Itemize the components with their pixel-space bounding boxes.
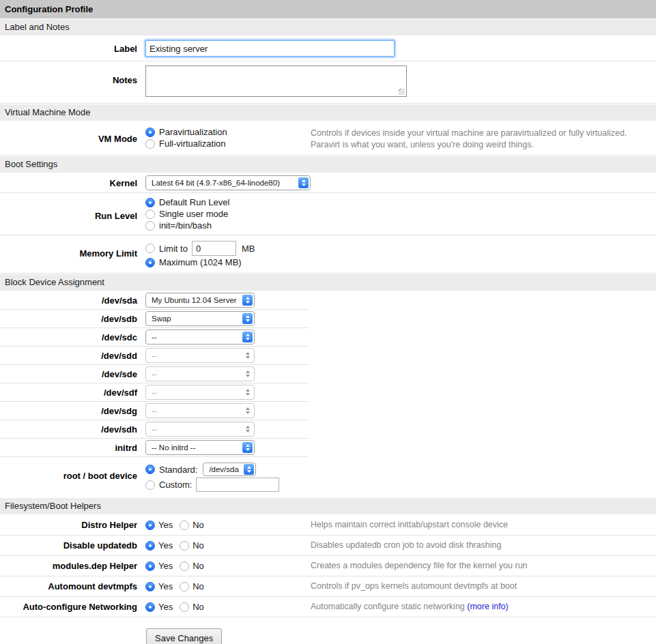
section-block-device-assignment: Block Device Assignment <box>0 274 656 291</box>
field-label-dev-sdc: /dev/sdc <box>0 332 141 342</box>
kernel-select[interactable]: Latest 64 bit (4.9.7-x86_64-linode80) <box>145 175 311 190</box>
init-bin-bash-radio[interactable] <box>145 221 155 231</box>
dev-sdb-row: /dev/sdb Swap <box>0 310 309 328</box>
dev-sdd-row: /dev/sdd -- <box>0 347 309 365</box>
disable-updatedb-row: Disable updatedb Yes No Disables updated… <box>0 536 656 556</box>
default-run-level-radio[interactable] <box>145 198 155 207</box>
dev-sdg-row: /dev/sdg -- <box>0 402 309 420</box>
distro-helper-no-radio[interactable] <box>180 521 189 530</box>
dev-sdf-row: /dev/sdf -- <box>0 383 309 402</box>
dev-sdf-select-value: -- <box>152 388 157 396</box>
paravirtualization-label: Paravirtualization <box>159 127 227 137</box>
maximum-radio[interactable] <box>145 258 155 267</box>
auto-configure-networking-row: Auto-configure Networking Yes No Automat… <box>0 597 656 617</box>
automount-devtmpfs-no-radio[interactable] <box>180 582 189 591</box>
save-changes-button[interactable]: Save Changes <box>146 628 222 644</box>
limit-to-radio[interactable] <box>145 244 155 253</box>
disable-updatedb-no-label: No <box>192 540 204 551</box>
standard-device-select[interactable]: /dev/sda <box>203 463 256 476</box>
dev-sda-select-value: My Ubuntu 12.04 Server <box>152 296 237 304</box>
block-device-rows: /dev/sda My Ubuntu 12.04 Server /dev/sdb… <box>0 291 309 457</box>
disable-updatedb-yes-radio[interactable] <box>145 541 155 551</box>
custom-device-input[interactable] <box>196 478 279 492</box>
distro-helper-no-label: No <box>192 520 204 530</box>
label-row: Label <box>0 36 656 61</box>
save-area: Save Changes <box>0 617 656 644</box>
notes-field-wrap <box>145 65 407 99</box>
auto-configure-networking-help-text: Automatically configure static networkin… <box>311 602 465 611</box>
modules-dep-helper-no-radio[interactable] <box>180 561 189 571</box>
distro-helper-yes-no: Yes No <box>145 520 311 530</box>
dev-sdd-select-value: -- <box>152 351 157 360</box>
auto-configure-networking-yes-label: Yes <box>158 602 173 612</box>
modules-dep-helper-yes-radio[interactable] <box>145 561 155 571</box>
select-arrows-icon <box>242 424 253 435</box>
vm-mode-help-line1: Controls if devices inside your virtual … <box>311 128 656 139</box>
standard-label: Standard: <box>159 465 197 475</box>
dev-sdh-select-value: -- <box>152 425 157 433</box>
default-run-level-label: Default Run Level <box>159 197 229 207</box>
vm-mode-help: Controls if devices inside your virtual … <box>311 126 656 151</box>
field-label-auto-configure-networking: Auto-configure Networking <box>0 602 141 612</box>
disable-updatedb-yes-label: Yes <box>158 540 173 551</box>
automount-devtmpfs-yes-no: Yes No <box>145 581 311 591</box>
single-user-mode-label: Single user mode <box>159 209 228 219</box>
dev-sdf-select: -- <box>145 385 255 400</box>
memory-limit-input[interactable] <box>192 241 236 256</box>
automount-devtmpfs-help: Controls if pv_ops kernels automount dev… <box>311 581 656 592</box>
label-input[interactable] <box>145 40 395 57</box>
select-arrows-icon <box>244 464 254 475</box>
distro-helper-row: Distro Helper Yes No Helps maintain corr… <box>0 515 656 536</box>
section-boot-settings: Boot Settings <box>0 156 656 173</box>
root-boot-device-row: root / boot device Standard: /dev/sda Cu… <box>0 457 656 497</box>
vm-mode-options: Paravirtualization Full-virtualization <box>145 126 311 150</box>
standard-device-select-value: /dev/sda <box>209 465 238 473</box>
dev-sdc-select[interactable]: -- <box>145 330 255 345</box>
select-arrows-icon <box>242 295 253 306</box>
distro-helper-help: Helps maintain correct inittab/upstart c… <box>311 519 656 531</box>
field-label-disable-updatedb: Disable updatedb <box>0 540 141 551</box>
auto-configure-networking-help: Automatically configure static networkin… <box>311 601 656 613</box>
dev-sdb-select[interactable]: Swap <box>145 311 255 326</box>
single-user-mode-radio[interactable] <box>145 209 155 219</box>
disable-updatedb-no-radio[interactable] <box>180 541 189 551</box>
field-label-memory-limit: Memory Limit <box>0 239 141 259</box>
automount-devtmpfs-row: Automount devtmpfs Yes No Controls if pv… <box>0 576 656 597</box>
dev-sde-select-value: -- <box>152 370 157 378</box>
section-label-and-notes: Label and Notes <box>0 19 656 35</box>
single-user-mode-option: Single user mode <box>145 209 311 219</box>
dev-sdc-select-value: -- <box>152 333 157 341</box>
init-bin-bash-option: init=/bin/bash <box>145 220 311 231</box>
initrd-select-value: -- No initrd -- <box>152 443 196 452</box>
standard-radio[interactable] <box>145 465 155 474</box>
run-level-options: Default Run Level Single user mode init=… <box>145 196 311 232</box>
vm-mode-help-line2: Paravirt is what you want, unless you're… <box>311 139 656 151</box>
automount-devtmpfs-yes-radio[interactable] <box>145 582 155 591</box>
default-run-level-option: Default Run Level <box>145 197 311 207</box>
field-label-dev-sde: /dev/sde <box>0 369 141 379</box>
dev-sdh-select: -- <box>145 422 255 437</box>
full-virtualization-label: Full-virtualization <box>159 138 226 149</box>
field-label-dev-sdb: /dev/sdb <box>0 314 141 324</box>
auto-configure-networking-no-radio[interactable] <box>180 602 189 612</box>
select-arrows-icon <box>242 405 253 416</box>
select-arrows-icon <box>242 332 253 342</box>
select-arrows-icon <box>242 387 253 398</box>
full-virtualization-radio[interactable] <box>145 139 155 149</box>
notes-textarea[interactable] <box>145 65 407 97</box>
field-label-modules-dep-helper: modules.dep Helper <box>0 561 141 571</box>
custom-option: Custom: <box>145 478 279 492</box>
select-arrows-icon <box>298 177 309 188</box>
auto-configure-networking-yes-radio[interactable] <box>145 602 155 612</box>
modules-dep-helper-yes-label: Yes <box>158 561 173 571</box>
notes-row: Notes <box>0 61 656 104</box>
distro-helper-yes-radio[interactable] <box>145 521 155 530</box>
paravirtualization-radio[interactable] <box>145 128 155 137</box>
initrd-row: initrd -- No initrd -- <box>0 439 309 457</box>
custom-radio[interactable] <box>145 480 155 490</box>
field-label-dev-sdf: /dev/sdf <box>0 387 141 398</box>
maximum-label: Maximum (1024 MB) <box>159 257 242 267</box>
dev-sda-select[interactable]: My Ubuntu 12.04 Server <box>145 293 255 308</box>
initrd-select[interactable]: -- No initrd -- <box>145 440 255 455</box>
more-info-link[interactable]: (more info) <box>467 602 508 611</box>
